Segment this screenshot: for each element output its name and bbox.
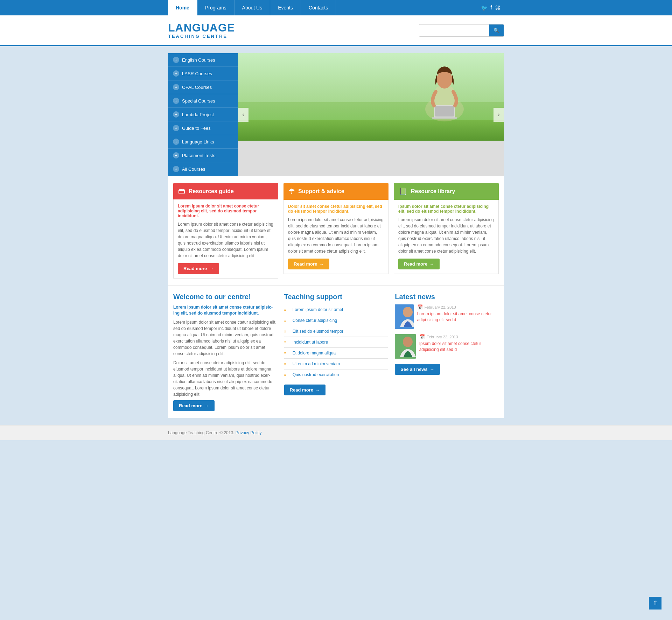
sidebar-item-guide-fees[interactable]: + Guide to Fees bbox=[168, 121, 238, 135]
welcome-text1: Lorem ipsum dolor sit amet conse ctetur … bbox=[173, 319, 277, 357]
library-text: Lorem ipsum dolor sit amet conse ctetur … bbox=[398, 217, 494, 254]
teaching-item-0[interactable]: Lorem ipsum dolor sit amet bbox=[284, 304, 388, 315]
logo-main: LANGUAGE bbox=[168, 22, 235, 34]
svg-rect-3 bbox=[435, 106, 454, 117]
info-box-library-header: 📗 Resource library bbox=[394, 183, 499, 200]
welcome-read-more-button[interactable]: Read more → bbox=[173, 400, 215, 411]
welcome-col: Welcome to our centre! Lorem ipsum dolor… bbox=[173, 293, 277, 411]
see-all-news-button[interactable]: See all news → bbox=[395, 364, 440, 375]
sidebar-item-all-courses[interactable]: + All Courses bbox=[168, 162, 238, 176]
header: LANGUAGE TEACHING CENTRE 🔍 bbox=[0, 15, 672, 46]
teaching-item-4[interactable]: Et dolore magna aliqua bbox=[284, 348, 388, 359]
svg-point-6 bbox=[403, 307, 413, 317]
nav-events[interactable]: Events bbox=[270, 0, 301, 15]
sidebar-item-special-courses[interactable]: + Special Courses bbox=[168, 94, 238, 108]
support-text: Lorem ipsum dolor sit amet conse ctetur … bbox=[288, 217, 384, 254]
content-row: + English Courses + LASR Courses + OPAL … bbox=[168, 53, 504, 176]
nav-contacts[interactable]: Contacts bbox=[301, 0, 336, 15]
facebook-icon[interactable]: f bbox=[491, 5, 492, 11]
sidebar-icon-2: + bbox=[173, 84, 179, 90]
teaching-col: Teaching support Lorem ipsum dolor sit a… bbox=[284, 293, 388, 411]
resources-read-more-button[interactable]: Read more → bbox=[178, 263, 219, 274]
news-col: Latest news 📅 February 22, 2013 Lo bbox=[395, 293, 499, 411]
sidebar-item-lasr-courses[interactable]: + LASR Courses bbox=[168, 67, 238, 80]
welcome-text2: Dolor sit amet conse ctetur adipisicing … bbox=[173, 360, 277, 397]
sidebar-item-language-links[interactable]: + Language Links bbox=[168, 135, 238, 149]
nav-about[interactable]: About Us bbox=[234, 0, 271, 15]
news-date-1: 📅 February 22, 2013 bbox=[419, 334, 499, 339]
slider-visual bbox=[238, 53, 504, 141]
sidebar-icon-3: + bbox=[173, 98, 179, 104]
news-image-1-svg bbox=[395, 334, 415, 359]
info-box-resources-header: 🗃 Resources guide bbox=[173, 183, 278, 199]
twitter-icon[interactable]: 🐦 bbox=[481, 5, 488, 11]
slider: ‹ › bbox=[238, 53, 504, 176]
news-title-0[interactable]: Lorem ipsum dolor sit amet conse ctetur … bbox=[417, 311, 499, 323]
footer-copyright: Language Teaching Centre © 2013. Privacy… bbox=[168, 430, 261, 435]
nav-home[interactable]: Home bbox=[168, 0, 197, 15]
support-highlight: Dolor sit amet conse ctetur adipisicing … bbox=[288, 204, 384, 214]
news-date-0: 📅 February 22, 2013 bbox=[417, 304, 499, 310]
privacy-policy-link[interactable]: Privacy Policy bbox=[236, 430, 262, 435]
news-title: Latest news bbox=[395, 293, 499, 301]
logo: LANGUAGE TEACHING CENTRE bbox=[168, 22, 235, 39]
calendar-icon-1: 📅 bbox=[419, 334, 425, 339]
sidebar-icon-8: + bbox=[173, 166, 179, 172]
resources-icon: 🗃 bbox=[178, 187, 185, 195]
teaching-item-3[interactable]: Incididunt ut labore bbox=[284, 337, 388, 348]
resources-highlight: Lorem ipsum dolor sit amet conse ctetur … bbox=[178, 204, 274, 218]
library-highlight: Ipsum dolor sit amet conse ctetur adipis… bbox=[398, 204, 494, 214]
welcome-highlight: Lorem ipsum dolor sit amet conse ctetur … bbox=[173, 304, 277, 316]
welcome-title: Welcome to our centre! bbox=[173, 293, 277, 301]
search-input[interactable] bbox=[419, 25, 489, 36]
footer: Language Teaching Centre © 2013. Privacy… bbox=[0, 425, 672, 440]
sidebar-icon-6: + bbox=[173, 139, 179, 145]
bottom-section: Welcome to our centre! Lorem ipsum dolor… bbox=[168, 286, 504, 418]
news-item-0: 📅 February 22, 2013 Lorem ipsum dolor si… bbox=[395, 304, 499, 329]
teaching-read-more-button[interactable]: Read more → bbox=[284, 385, 326, 395]
teaching-title: Teaching support bbox=[284, 293, 388, 301]
news-item-1: 📅 February 22, 2013 Ipsum dolor sit amet… bbox=[395, 334, 499, 359]
news-image-1 bbox=[395, 334, 415, 359]
social-icons: 🐦 f ⌘ bbox=[481, 5, 504, 11]
library-read-more-button[interactable]: Read more → bbox=[398, 259, 440, 269]
search-bar: 🔍 bbox=[419, 24, 504, 37]
info-boxes: 🗃 Resources guide Lorem ipsum dolor sit … bbox=[168, 176, 504, 286]
sidebar-item-english-courses[interactable]: + English Courses bbox=[168, 53, 238, 67]
support-read-more-button[interactable]: Read more → bbox=[288, 259, 329, 269]
info-box-resources-body: Lorem ipsum dolor sit amet conse ctetur … bbox=[173, 199, 278, 279]
library-icon: 📗 bbox=[399, 187, 407, 196]
news-title-1[interactable]: Ipsum dolor sit amet conse ctetur adipis… bbox=[419, 341, 499, 353]
info-box-library: 📗 Resource library Ipsum dolor sit amet … bbox=[394, 183, 499, 279]
sidebar-icon-4: + bbox=[173, 111, 179, 118]
info-box-resources: 🗃 Resources guide Lorem ipsum dolor sit … bbox=[173, 183, 278, 279]
calendar-icon-0: 📅 bbox=[417, 304, 423, 310]
news-image-0-svg bbox=[395, 304, 413, 329]
sidebar-icon-0: + bbox=[173, 57, 179, 63]
logo-sub: TEACHING CENTRE bbox=[168, 34, 235, 39]
sidebar-icon-7: + bbox=[173, 152, 179, 158]
slider-prev-button[interactable]: ‹ bbox=[238, 108, 248, 122]
sidebar-icon-1: + bbox=[173, 70, 179, 77]
rss-icon[interactable]: ⌘ bbox=[495, 5, 500, 11]
news-image-0 bbox=[395, 304, 413, 329]
slider-person-svg bbox=[406, 60, 483, 123]
info-box-support-body: Dolor sit amet conse ctetur adipisicing … bbox=[284, 200, 388, 274]
teaching-item-6[interactable]: Quis nostrud exercitation bbox=[284, 369, 388, 380]
teaching-list: Lorem ipsum dolor sit amet Conse ctetur … bbox=[284, 304, 388, 380]
teaching-item-5[interactable]: Ut enim ad minim veniam bbox=[284, 359, 388, 369]
teaching-item-1[interactable]: Conse ctetur adipisicing bbox=[284, 315, 388, 326]
sidebar-item-placement-tests[interactable]: + Placement Tests bbox=[168, 149, 238, 162]
sidebar: + English Courses + LASR Courses + OPAL … bbox=[168, 53, 238, 176]
search-button[interactable]: 🔍 bbox=[489, 24, 504, 36]
svg-rect-4 bbox=[432, 117, 457, 119]
top-bar: Home Programs About Us Events Contacts 🐦… bbox=[0, 0, 672, 15]
info-box-library-body: Ipsum dolor sit amet conse ctetur adipis… bbox=[394, 200, 499, 274]
teaching-item-2[interactable]: Elit sed do eiusmod tempor bbox=[284, 326, 388, 337]
sidebar-item-lambda-project[interactable]: + Lambda Project bbox=[168, 108, 238, 121]
main-content: + English Courses + LASR Courses + OPAL … bbox=[168, 53, 504, 418]
nav-programs[interactable]: Programs bbox=[197, 0, 234, 15]
sidebar-icon-5: + bbox=[173, 125, 179, 131]
slider-next-button[interactable]: › bbox=[493, 108, 504, 122]
sidebar-item-opal-courses[interactable]: + OPAL Courses bbox=[168, 80, 238, 94]
